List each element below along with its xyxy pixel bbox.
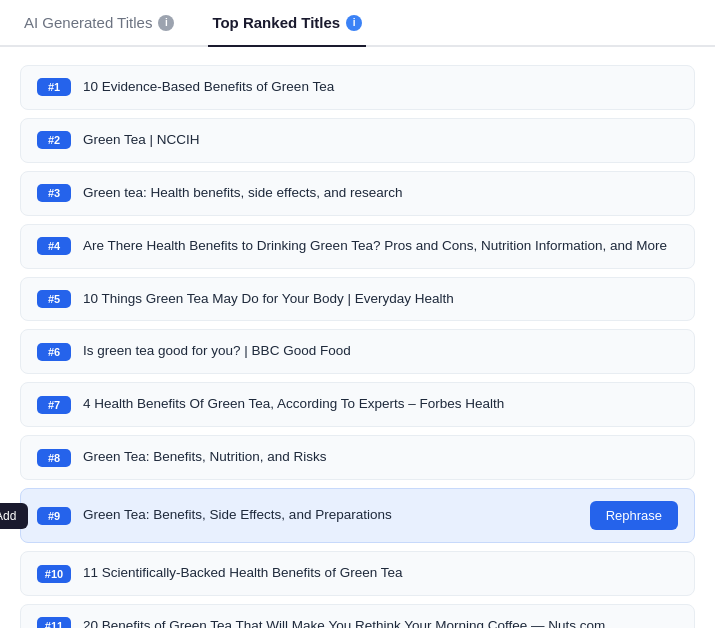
tab-ai-generated-info-icon[interactable]: i <box>158 15 174 31</box>
title-text: Green tea: Health benefits, side effects… <box>83 184 678 203</box>
title-text: 11 Scientifically-Backed Health Benefits… <box>83 564 678 583</box>
title-text: Is green tea good for you? | BBC Good Fo… <box>83 342 678 361</box>
title-text: Green Tea: Benefits, Nutrition, and Risk… <box>83 448 678 467</box>
list-item[interactable]: #3Green tea: Health benefits, side effec… <box>20 171 695 216</box>
rank-badge: #5 <box>37 290 71 308</box>
tabs-container: AI Generated Titles i Top Ranked Titles … <box>0 0 715 47</box>
rank-badge: #2 <box>37 131 71 149</box>
content-area: #110 Evidence-Based Benefits of Green Te… <box>0 47 715 628</box>
rank-badge: #10 <box>37 565 71 583</box>
title-text: 10 Evidence-Based Benefits of Green Tea <box>83 78 678 97</box>
title-list: #110 Evidence-Based Benefits of Green Te… <box>20 65 695 628</box>
list-item[interactable]: #1011 Scientifically-Backed Health Benef… <box>20 551 695 596</box>
click-to-add-button[interactable]: Click to Add <box>0 503 28 529</box>
tab-ai-generated[interactable]: AI Generated Titles i <box>20 0 178 47</box>
list-item[interactable]: #1120 Benefits of Green Tea That Will Ma… <box>20 604 695 628</box>
list-item[interactable]: #9Green Tea: Benefits, Side Effects, and… <box>20 488 695 543</box>
rephrase-button[interactable]: Rephrase <box>590 501 678 530</box>
rank-badge: #11 <box>37 617 71 628</box>
rank-badge: #6 <box>37 343 71 361</box>
tab-top-ranked-label: Top Ranked Titles <box>212 14 340 31</box>
tab-top-ranked[interactable]: Top Ranked Titles i <box>208 0 366 47</box>
tab-top-ranked-info-icon[interactable]: i <box>346 15 362 31</box>
title-text: Green Tea: Benefits, Side Effects, and P… <box>83 506 578 525</box>
rank-badge: #4 <box>37 237 71 255</box>
rank-badge: #9 <box>37 507 71 525</box>
list-item[interactable]: #6Is green tea good for you? | BBC Good … <box>20 329 695 374</box>
list-item[interactable]: #74 Health Benefits Of Green Tea, Accord… <box>20 382 695 427</box>
list-item[interactable]: #2Green Tea | NCCIH <box>20 118 695 163</box>
title-text: Green Tea | NCCIH <box>83 131 678 150</box>
rank-badge: #8 <box>37 449 71 467</box>
tab-ai-generated-label: AI Generated Titles <box>24 14 152 31</box>
list-item[interactable]: #8Green Tea: Benefits, Nutrition, and Ri… <box>20 435 695 480</box>
title-text: 4 Health Benefits Of Green Tea, Accordin… <box>83 395 678 414</box>
title-text: 20 Benefits of Green Tea That Will Make … <box>83 617 678 628</box>
rank-badge: #3 <box>37 184 71 202</box>
list-item[interactable]: #510 Things Green Tea May Do for Your Bo… <box>20 277 695 322</box>
list-item[interactable]: #4Are There Health Benefits to Drinking … <box>20 224 695 269</box>
rank-badge: #1 <box>37 78 71 96</box>
rank-badge: #7 <box>37 396 71 414</box>
list-item[interactable]: #110 Evidence-Based Benefits of Green Te… <box>20 65 695 110</box>
title-text: Are There Health Benefits to Drinking Gr… <box>83 237 678 256</box>
title-text: 10 Things Green Tea May Do for Your Body… <box>83 290 678 309</box>
